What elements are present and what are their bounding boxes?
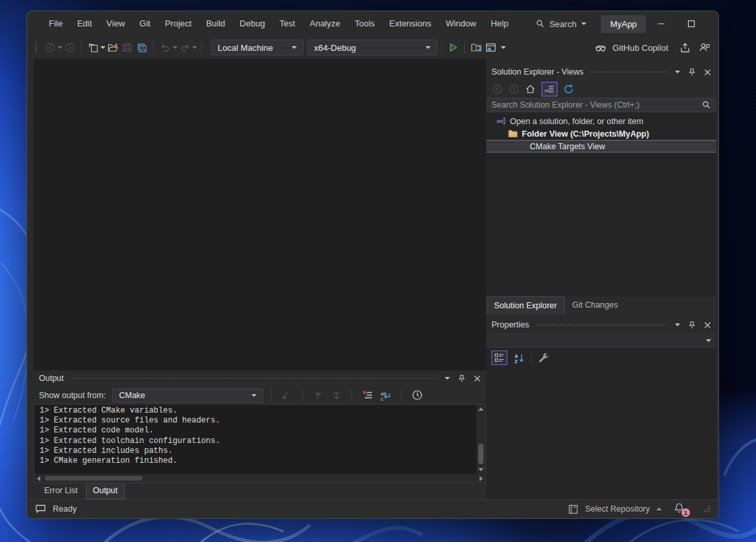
vs-window: File Edit View Git Project Build Debug T… bbox=[26, 11, 719, 519]
previous-message-button[interactable] bbox=[311, 388, 325, 403]
feedback-button[interactable] bbox=[697, 40, 712, 55]
forward-icon[interactable] bbox=[509, 84, 519, 94]
output-vertical-scrollbar[interactable] bbox=[476, 405, 486, 474]
solution-explorer-search-input[interactable]: Search Solution Explorer - Views (Ctrl+;… bbox=[486, 98, 716, 112]
property-pages-button[interactable] bbox=[536, 350, 551, 366]
menu-edit[interactable]: Edit bbox=[70, 11, 99, 36]
tree-item-open-solution[interactable]: Open a solution, folder, or other item bbox=[486, 115, 716, 127]
solution-name-button[interactable]: MyApp bbox=[601, 15, 646, 33]
select-repository-button[interactable]: Select Repository bbox=[585, 504, 650, 514]
undo-history-chevron-icon[interactable] bbox=[172, 46, 177, 49]
menu-view[interactable]: View bbox=[99, 11, 132, 36]
back-history-chevron-icon[interactable] bbox=[57, 46, 63, 49]
redo-button[interactable] bbox=[177, 40, 192, 55]
next-message-button[interactable] bbox=[329, 388, 344, 403]
share-button[interactable] bbox=[677, 40, 692, 55]
home-icon[interactable] bbox=[525, 84, 536, 94]
redo-history-chevron-icon[interactable] bbox=[192, 46, 197, 49]
categorized-button[interactable] bbox=[491, 351, 507, 365]
word-wrap-button[interactable]: ab c bbox=[379, 388, 393, 403]
menu-extensions[interactable]: Extensions bbox=[382, 11, 439, 36]
switch-views-button[interactable] bbox=[542, 82, 557, 96]
window-position-icon[interactable] bbox=[675, 71, 680, 73]
scroll-right-icon[interactable] bbox=[480, 476, 483, 481]
configuration-dropdown[interactable]: x64-Debug bbox=[307, 40, 437, 55]
navigate-back-button[interactable] bbox=[43, 40, 57, 55]
menu-build[interactable]: Build bbox=[199, 11, 232, 36]
menu-window[interactable]: Window bbox=[439, 11, 484, 36]
notifications-button[interactable]: 1 bbox=[674, 502, 687, 516]
properties-object-dropdown[interactable] bbox=[486, 333, 716, 348]
tree-item-cmake-targets-view[interactable]: CMake Targets View bbox=[486, 140, 716, 152]
menu-tools[interactable]: Tools bbox=[348, 11, 382, 36]
alphabetical-sort-button[interactable]: A Z bbox=[512, 350, 526, 366]
output-source-dropdown[interactable]: CMake bbox=[112, 388, 263, 403]
solution-explorer-title: Solution Explorer - Views bbox=[491, 67, 583, 77]
debug-target-dropdown[interactable]: Local Machine bbox=[211, 40, 303, 55]
pin-icon[interactable] bbox=[458, 374, 466, 383]
start-debugging-button[interactable] bbox=[446, 40, 460, 55]
window-layout-button[interactable] bbox=[484, 40, 498, 55]
tab-output[interactable]: Output bbox=[86, 483, 125, 499]
back-icon[interactable] bbox=[492, 84, 503, 94]
menu-project[interactable]: Project bbox=[158, 11, 199, 36]
goto-message-button[interactable] bbox=[280, 388, 294, 403]
output-window-position-icon[interactable] bbox=[445, 377, 450, 380]
timestamp-toggle-button[interactable] bbox=[410, 388, 424, 403]
properties-header[interactable]: Properties bbox=[486, 317, 716, 333]
refresh-icon[interactable] bbox=[563, 84, 574, 94]
close-button[interactable] bbox=[707, 11, 719, 36]
minimize-button[interactable] bbox=[646, 11, 676, 36]
output-panel-header[interactable]: Output bbox=[34, 370, 486, 386]
output-line: 1> Extracted CMake variables. bbox=[40, 406, 472, 416]
output-console[interactable]: 1> Extracted CMake variables.1> Extracte… bbox=[34, 404, 486, 474]
menu-analyze[interactable]: Analyze bbox=[302, 11, 347, 36]
save-all-button[interactable] bbox=[135, 40, 149, 55]
menu-debug[interactable]: Debug bbox=[232, 11, 272, 36]
solution-explorer-header[interactable]: Solution Explorer - Views bbox=[486, 64, 716, 80]
title-search[interactable]: Search bbox=[536, 19, 586, 29]
chevron-down-icon bbox=[581, 22, 586, 25]
scroll-down-icon[interactable] bbox=[478, 468, 484, 471]
menu-help[interactable]: Help bbox=[484, 11, 516, 36]
menu-git[interactable]: Git bbox=[132, 11, 158, 36]
pin-icon[interactable] bbox=[688, 68, 696, 77]
search-icon[interactable] bbox=[702, 100, 711, 110]
navigate-forward-button[interactable] bbox=[63, 40, 77, 55]
menu-test[interactable]: Test bbox=[272, 11, 303, 36]
pin-icon[interactable] bbox=[688, 321, 696, 329]
new-project-button[interactable] bbox=[86, 40, 100, 55]
window-position-icon[interactable] bbox=[675, 323, 680, 326]
output-horizontal-scrollbar[interactable] bbox=[34, 474, 486, 483]
output-toolbar: Show output from: CMake bbox=[34, 386, 486, 404]
scrollbar-thumb[interactable] bbox=[45, 476, 142, 481]
close-icon[interactable] bbox=[704, 69, 711, 76]
tab-error-list[interactable]: Error List bbox=[38, 483, 84, 499]
resize-grip-icon[interactable] bbox=[703, 505, 710, 513]
find-in-files-button[interactable] bbox=[469, 40, 484, 55]
categorized-icon bbox=[494, 353, 505, 363]
scroll-up-icon[interactable] bbox=[478, 407, 484, 411]
tab-git-changes[interactable]: Git Changes bbox=[565, 296, 625, 314]
new-project-chevron-icon[interactable] bbox=[100, 46, 106, 49]
tab-solution-explorer[interactable]: Solution Explorer bbox=[486, 296, 565, 314]
message-icon[interactable] bbox=[35, 504, 47, 514]
clear-all-button[interactable] bbox=[360, 388, 375, 403]
scrollbar-thumb[interactable] bbox=[478, 444, 484, 465]
copilot-label[interactable]: GitHub Copilot bbox=[612, 43, 668, 53]
search-placeholder: Search Solution Explorer - Views (Ctrl+;… bbox=[491, 100, 702, 110]
window-controls bbox=[646, 11, 719, 36]
toolbar-drag-handle[interactable] bbox=[35, 42, 38, 53]
tree-item-folder-view[interactable]: Folder View (C:\Projects\MyApp) bbox=[486, 127, 716, 140]
output-console-text[interactable]: 1> Extracted CMake variables.1> Extracte… bbox=[34, 405, 476, 474]
maximize-button[interactable] bbox=[676, 11, 707, 36]
save-button[interactable] bbox=[120, 40, 135, 55]
scroll-left-icon[interactable] bbox=[37, 476, 40, 481]
open-folder-button[interactable] bbox=[106, 40, 120, 55]
undo-button[interactable] bbox=[158, 40, 172, 55]
close-icon[interactable] bbox=[704, 322, 711, 329]
menu-file[interactable]: File bbox=[42, 11, 70, 36]
window-layout-chevron-icon[interactable] bbox=[501, 46, 506, 49]
close-icon[interactable] bbox=[474, 375, 481, 382]
output-line: 1> Extracted toolchain configurations. bbox=[40, 436, 472, 446]
